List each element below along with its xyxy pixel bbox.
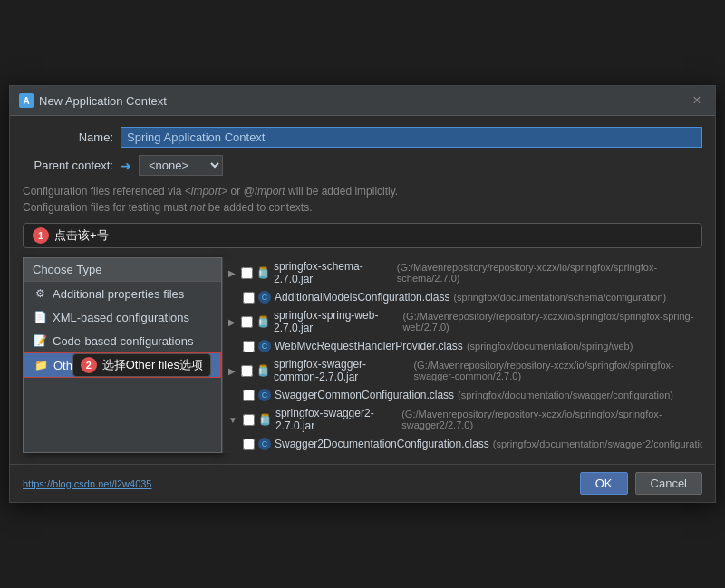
- file-name-jar4: springfox-swagger2-2.7.0.jar: [276, 407, 398, 432]
- expand-arrow-2[interactable]: ▶: [228, 317, 236, 327]
- parent-context-label: Parent context:: [23, 159, 113, 172]
- footer-link[interactable]: https://blog.csdn.net/l2w4035: [23, 478, 151, 489]
- name-input[interactable]: [121, 127, 702, 148]
- file-icon: 📁: [34, 358, 48, 372]
- type-item-code-label: Code-based configurations: [53, 334, 193, 348]
- annotation-2-number: 2: [81, 357, 97, 373]
- info-text: Configuration files referenced via <impo…: [23, 183, 702, 216]
- file-path-class1: (springfox/documentation/schema/configur…: [453, 292, 666, 303]
- file-row-jar2: ▶ 🫙 springfox-spring-web-2.7.0.jar (G:/M…: [223, 306, 702, 337]
- annotation-1-text: 点击该+号: [54, 227, 109, 244]
- file-path-class3: (springfox/documentation/swagger/configu…: [458, 390, 673, 400]
- annotation-1: 1 点击该+号: [23, 223, 702, 248]
- jar-icon-3: 🫙: [256, 364, 270, 377]
- annotation-2: 2 选择Other files选项: [72, 353, 211, 377]
- type-item-additional[interactable]: ⚙ Additional properties files: [24, 282, 221, 305]
- file-list: ▶ 🫙 springfox-schema-2.7.0.jar (G:/Maven…: [222, 257, 702, 453]
- title-bar: A New Application Context ×: [10, 86, 715, 116]
- annotation-1-number: 1: [33, 227, 49, 244]
- type-item-xml[interactable]: 📄 XML-based configurations: [24, 305, 221, 329]
- file-path-class4: (springfox/documentation/swagger2/config…: [493, 439, 702, 449]
- dialog-icon: A: [19, 93, 34, 108]
- parent-context-select[interactable]: <none>: [139, 155, 223, 176]
- name-label: Name:: [23, 130, 113, 144]
- file-name-jar2: springfox-spring-web-2.7.0.jar: [274, 309, 399, 334]
- dialog-title: New Application Context: [39, 94, 167, 108]
- file-name-class2: WebMvcRequestHandlerProvider.class: [275, 340, 463, 352]
- checkbox-jar1[interactable]: [241, 267, 253, 279]
- file-row-class4: C Swagger2DocumentationConfiguration.cla…: [223, 435, 702, 453]
- type-item-xml-label: XML-based configurations: [53, 311, 189, 324]
- class-icon-2: C: [258, 340, 271, 352]
- parent-context-row: Parent context: ➜ <none>: [23, 155, 702, 176]
- checkbox-class3[interactable]: [243, 390, 255, 401]
- cancel-button[interactable]: Cancel: [635, 472, 702, 495]
- file-name-jar3: springfox-swagger-common-2.7.0.jar: [274, 358, 410, 383]
- title-bar-left: A New Application Context: [19, 93, 167, 108]
- file-path-jar2: (G:/Mavenrepository/repository-xczx/io/s…: [402, 311, 697, 333]
- expand-arrow-1[interactable]: ▶: [228, 268, 236, 278]
- file-row-jar3: ▶ 🫙 springfox-swagger-common-2.7.0.jar (…: [223, 355, 702, 386]
- expand-arrow-3[interactable]: ▶: [228, 366, 236, 376]
- new-app-context-dialog: A New Application Context × Name: Parent…: [9, 85, 716, 503]
- footer: https://blog.csdn.net/l2w4035 OK Cancel: [10, 464, 715, 502]
- file-row-class1: C AdditionalModelsConfiguration.class (s…: [223, 288, 702, 306]
- annotation-2-text: 选择Other files选项: [102, 357, 203, 373]
- file-path-jar4: (G:/Mavenrepository/repository-xczx/io/s…: [401, 409, 697, 430]
- file-row-class2: C WebMvcRequestHandlerProvider.class (sp…: [223, 337, 702, 355]
- file-name-class4: Swagger2DocumentationConfiguration.class: [275, 438, 489, 450]
- jar-icon-1: 🫙: [256, 266, 270, 279]
- file-path-jar3: (G:/Mavenrepository/repository-xczx/io/s…: [413, 360, 697, 381]
- file-name-class1: AdditionalModelsConfiguration.class: [275, 291, 450, 304]
- checkbox-class2[interactable]: [243, 341, 255, 352]
- close-button[interactable]: ×: [688, 92, 706, 110]
- file-name-class3: SwaggerCommonConfiguration.class: [275, 389, 454, 401]
- type-dropdown-header: Choose Type: [24, 258, 221, 282]
- checkbox-class4[interactable]: [243, 439, 255, 450]
- checkbox-jar2[interactable]: [241, 316, 253, 328]
- class-icon-3: C: [258, 389, 271, 401]
- checkbox-jar3[interactable]: [241, 365, 253, 377]
- type-dropdown: Choose Type ⚙ Additional properties file…: [23, 257, 222, 453]
- class-icon-4: C: [258, 438, 271, 450]
- file-row-jar4: ▼ 🫙 springfox-swagger2-2.7.0.jar (G:/Mav…: [223, 404, 702, 435]
- checkbox-jar4[interactable]: [243, 414, 255, 426]
- type-item-other[interactable]: 📁 Other files 2 选择Other files选项: [24, 352, 221, 378]
- code-icon: 📝: [33, 333, 47, 348]
- type-item-code[interactable]: 📝 Code-based configurations: [24, 329, 221, 352]
- checkbox-class1[interactable]: [243, 292, 255, 304]
- file-path-class2: (springfox/documentation/spring/web): [467, 341, 633, 352]
- ok-button[interactable]: OK: [580, 472, 628, 495]
- props-icon: ⚙: [33, 286, 47, 301]
- type-item-additional-label: Additional properties files: [53, 287, 184, 301]
- xml-icon: 📄: [33, 310, 47, 324]
- arrow-icon: ➜: [121, 159, 131, 173]
- file-row-jar1: ▶ 🫙 springfox-schema-2.7.0.jar (G:/Maven…: [223, 257, 702, 288]
- name-row: Name:: [23, 127, 702, 148]
- expand-arrow-4[interactable]: ▼: [228, 415, 237, 425]
- class-icon-1: C: [258, 291, 271, 304]
- file-name-jar1: springfox-schema-2.7.0.jar: [274, 260, 393, 285]
- dialog-body: Name: Parent context: ➜ <none> Configura…: [10, 116, 715, 464]
- file-row-class3: C SwaggerCommonConfiguration.class (spri…: [223, 386, 702, 404]
- file-tree-container: Choose Type ⚙ Additional properties file…: [23, 257, 702, 453]
- file-path-jar1: (G:/Mavenrepository/repository-xczx/io/s…: [397, 262, 697, 284]
- jar-icon-4: 🫙: [258, 413, 272, 426]
- jar-icon-2: 🫙: [256, 315, 270, 328]
